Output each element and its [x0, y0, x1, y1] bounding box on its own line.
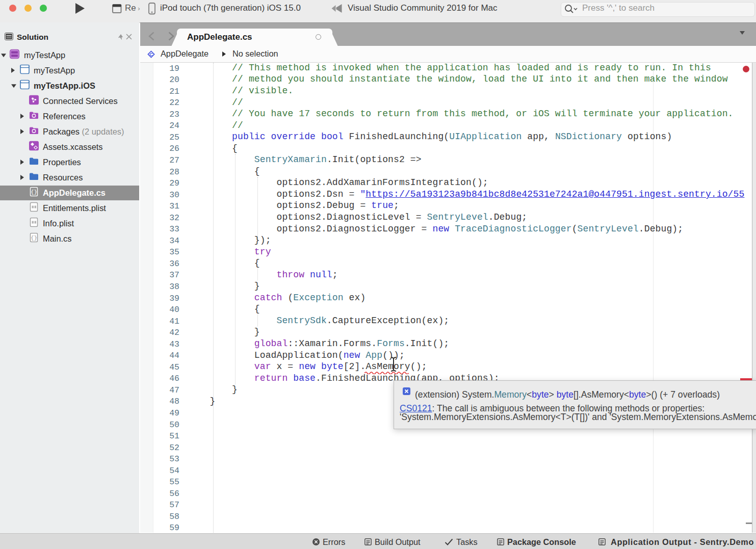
svg-text:{}: {}	[31, 189, 37, 195]
svg-text:{}: {}	[31, 235, 37, 241]
svg-text:C: C	[149, 52, 153, 57]
